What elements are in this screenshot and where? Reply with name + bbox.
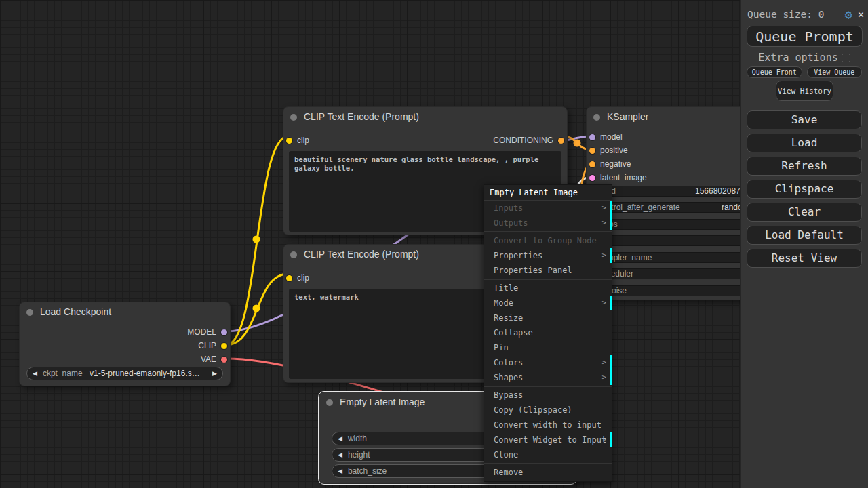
slot-label: MODEL — [187, 327, 216, 337]
slot-label: CONDITIONING — [493, 136, 553, 145]
widget-label: batch_size — [348, 466, 387, 476]
input-slot-dot[interactable] — [589, 148, 595, 154]
menu-item-label: Outputs — [494, 218, 528, 228]
context-menu-item — [484, 463, 612, 464]
context-menu-item[interactable]: Shapes > — [484, 370, 612, 385]
sidebar-action-button[interactable]: Load Default — [747, 226, 862, 245]
extra-options-checkbox[interactable] — [842, 54, 850, 62]
output-slot-dot[interactable] — [221, 357, 227, 363]
submenu-arrow-icon: > — [601, 201, 606, 216]
context-menu-item[interactable]: Remove — [484, 465, 612, 480]
prev-arrow-icon[interactable]: ◀ — [332, 435, 348, 442]
input-slot-dot[interactable] — [589, 161, 595, 167]
next-arrow-icon[interactable]: ▶ — [207, 370, 222, 377]
input-slot[interactable]: model — [587, 130, 647, 144]
input-slot-clip[interactable]: clip — [283, 271, 309, 285]
queue-small-button[interactable]: View Queue — [807, 66, 863, 78]
widget-value: v1-5-pruned-emaonly-fp16.s… — [83, 369, 207, 378]
context-menu-item[interactable]: Convert width to input — [484, 418, 612, 432]
slot-label: model — [600, 132, 623, 142]
input-slot-clip[interactable]: clip — [283, 134, 309, 147]
node-title-bar[interactable]: CLIP Text Encode (Prompt) — [283, 107, 567, 127]
ckpt-name-widget[interactable]: ◀ ckpt_name v1-5-pruned-emaonly-fp16.s… … — [26, 367, 223, 380]
output-slot-conditioning[interactable]: CONDITIONING — [493, 134, 567, 147]
menu-item-label: Pin — [494, 343, 509, 352]
input-slot-list: model positive negative latent_image — [587, 130, 647, 184]
output-slot[interactable]: CLIP — [20, 339, 230, 352]
submenu-arrow-icon: > — [601, 248, 606, 263]
prev-arrow-icon[interactable]: ◀ — [27, 370, 43, 377]
prev-arrow-icon[interactable]: ◀ — [332, 451, 348, 458]
context-menu-item[interactable]: Inputs > — [484, 201, 612, 216]
output-slot-dot[interactable] — [221, 343, 227, 349]
settings-gear-icon[interactable]: ⚙ — [845, 7, 852, 22]
context-menu-item[interactable]: Convert Widget to Input > — [484, 432, 612, 447]
node-title: KSampler — [607, 111, 648, 122]
slot-label: clip — [297, 136, 309, 145]
link-midpoint-dot[interactable] — [253, 305, 260, 312]
input-slot[interactable]: latent_image — [587, 171, 647, 184]
link-midpoint-dot[interactable] — [253, 236, 260, 243]
view-history-button[interactable]: View History — [776, 81, 833, 101]
input-slot-dot[interactable] — [589, 134, 595, 140]
output-slot-dot[interactable] — [221, 329, 227, 336]
node-load-checkpoint[interactable]: Load Checkpoint MODEL CLIP VAE — [19, 302, 231, 386]
output-slot[interactable]: MODEL — [20, 325, 230, 339]
input-slot[interactable]: negative — [587, 157, 647, 171]
collapse-dot-icon[interactable] — [593, 114, 600, 121]
context-menu-item[interactable]: Resize — [484, 310, 612, 325]
menu-item-label: Shapes — [494, 373, 523, 382]
menu-item-label: Convert width to input — [494, 420, 601, 430]
menu-item-label: Copy (Clipspace) — [494, 405, 572, 415]
context-menu-item[interactable]: Colors > — [484, 355, 612, 370]
context-menu-item[interactable]: Properties > — [484, 248, 612, 263]
input-slot[interactable]: positive — [587, 144, 647, 157]
collapse-dot-icon[interactable] — [290, 114, 297, 121]
submenu-arrow-icon: > — [601, 355, 606, 370]
menu-item-label: Clone — [494, 450, 518, 460]
menu-item-label: Collapse — [494, 328, 533, 338]
output-slot-list: MODEL CLIP VAE — [20, 325, 230, 366]
context-menu-item[interactable]: Collapse — [484, 325, 612, 340]
menu-item-label: Remove — [494, 468, 523, 477]
node-title-bar[interactable]: Load Checkpoint — [20, 302, 230, 322]
context-menu-item[interactable]: Properties Panel — [484, 263, 612, 278]
sidebar-action-button[interactable]: Clear — [747, 203, 862, 222]
submenu-arrow-icon: > — [601, 370, 606, 385]
context-menu-item[interactable]: Clone — [484, 447, 612, 462]
collapse-dot-icon[interactable] — [326, 399, 333, 406]
sidebar-action-button[interactable]: Save — [747, 110, 862, 129]
context-menu-item — [484, 386, 612, 387]
sidebar-action-button[interactable]: Clipspace — [747, 180, 862, 199]
context-menu-item — [484, 279, 612, 280]
prev-arrow-icon[interactable]: ◀ — [332, 468, 348, 474]
context-menu-item[interactable]: Outputs > — [484, 216, 612, 230]
output-slot[interactable]: VAE — [20, 352, 230, 366]
context-menu-item[interactable]: Convert to Group Node — [484, 233, 612, 248]
conditioning-slot-dot[interactable] — [558, 138, 564, 144]
queue-prompt-button[interactable]: Queue Prompt — [747, 26, 863, 47]
context-menu-item[interactable]: Copy (Clipspace) — [484, 403, 612, 418]
menu-item-label: Title — [494, 283, 518, 293]
collapse-dot-icon[interactable] — [290, 251, 297, 258]
context-menu-item[interactable]: Title — [484, 281, 612, 296]
node-graph-canvas[interactable]: CLIP Text Encode (Prompt) clip CONDITION… — [0, 0, 868, 488]
sidebar-action-button[interactable]: Refresh — [747, 157, 862, 176]
sidebar-action-button[interactable]: Load — [747, 134, 862, 152]
context-menu-item[interactable]: Pin — [484, 340, 612, 355]
clip-slot-dot[interactable] — [286, 138, 292, 144]
context-menu-item[interactable]: Bypass — [484, 388, 612, 403]
menu-item-label: Properties Panel — [494, 266, 572, 275]
context-menu-item[interactable]: Mode > — [484, 296, 612, 310]
collapse-dot-icon[interactable] — [26, 309, 33, 316]
input-slot-dot[interactable] — [589, 175, 595, 181]
queue-size-label: Queue size: 0 — [747, 9, 825, 20]
clip-slot-dot[interactable] — [286, 275, 292, 281]
sidebar-action-button[interactable]: Reset View — [747, 249, 862, 268]
slot-label: clip — [297, 273, 309, 283]
menu-item-label: Inputs — [494, 203, 523, 213]
queue-small-button[interactable]: Queue Front — [747, 66, 802, 78]
close-icon[interactable]: ✕ — [858, 8, 864, 20]
link-midpoint-dot[interactable] — [574, 140, 581, 147]
node-context-menu: Empty Latent Image Inputs > Outputs > — [484, 184, 612, 482]
